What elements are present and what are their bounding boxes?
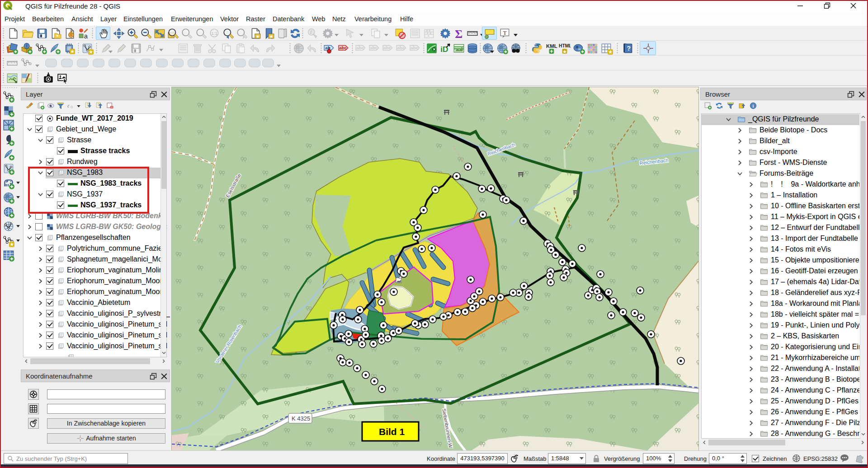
svg-text:Bild 1: Bild 1: [379, 426, 405, 437]
svg-text:K 4325: K 4325: [292, 415, 310, 422]
